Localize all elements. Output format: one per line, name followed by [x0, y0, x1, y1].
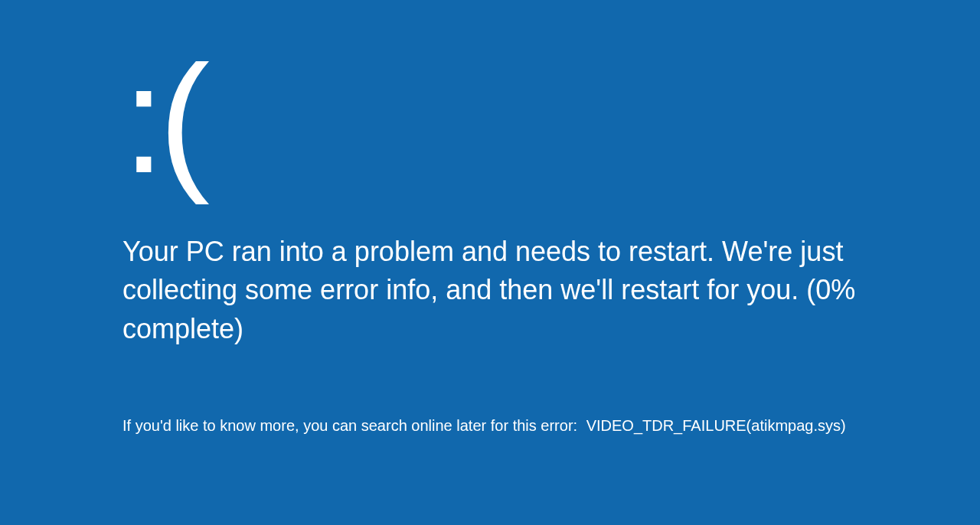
error-code: VIDEO_TDR_FAILURE(atikmpag.sys) — [586, 417, 846, 434]
sad-face-emoticon: :( — [122, 43, 888, 196]
details-prefix: If you'd like to know more, you can sear… — [122, 417, 577, 434]
error-message: Your PC ran into a problem and needs to … — [122, 233, 873, 348]
bsod-screen: :( Your PC ran into a problem and needs … — [122, 43, 888, 435]
error-details: If you'd like to know more, you can sear… — [122, 417, 888, 435]
